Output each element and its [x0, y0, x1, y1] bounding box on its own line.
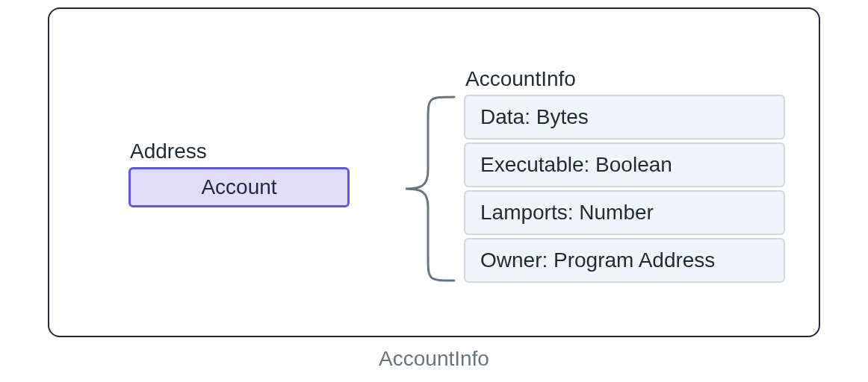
- account-box: Account: [128, 167, 350, 207]
- accountinfo-label: AccountInfo: [465, 67, 576, 91]
- field-lamports: Lamports: Number: [464, 190, 785, 235]
- field-executable: Executable: Boolean: [464, 143, 785, 187]
- field-executable-text: Executable: Boolean: [480, 153, 672, 177]
- field-owner-text: Owner: Program Address: [480, 248, 715, 272]
- diagram-caption: AccountInfo: [0, 347, 868, 371]
- account-box-text: Account: [201, 175, 276, 199]
- field-lamports-text: Lamports: Number: [480, 201, 654, 225]
- fields-stack: Data: Bytes Executable: Boolean Lamports…: [464, 95, 785, 283]
- brace-icon: [368, 93, 458, 285]
- address-label: Address: [130, 140, 207, 163]
- field-owner: Owner: Program Address: [464, 238, 785, 283]
- diagram-container: Address Account AccountInfo Data: Bytes …: [48, 7, 820, 337]
- field-data-text: Data: Bytes: [480, 105, 589, 129]
- field-data: Data: Bytes: [464, 95, 785, 140]
